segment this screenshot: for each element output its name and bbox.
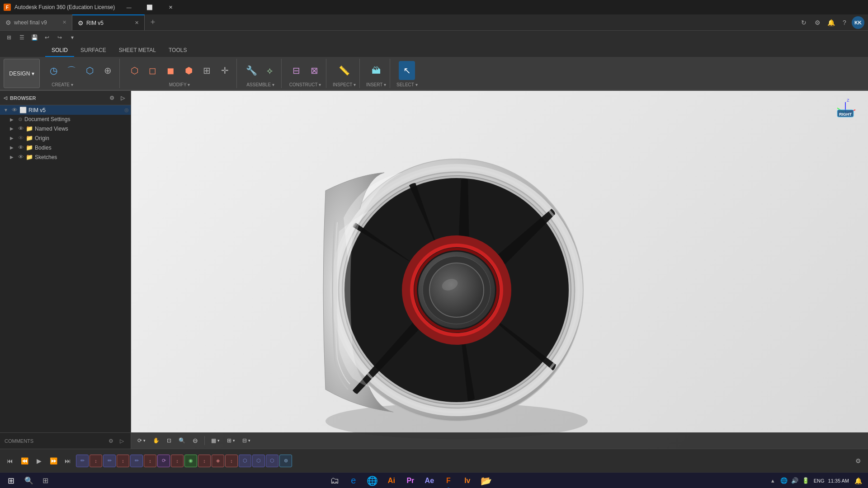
press-pull-button[interactable]: ⬡ [126, 61, 142, 80]
tree-item-root[interactable]: ▼ 👁 ⬜ RIM v5 ◎ [0, 105, 131, 115]
tree-item-bodies[interactable]: ▶ 👁 📁 Bodies [0, 143, 131, 152]
assemble-group-label[interactable]: ASSEMBLE ▾ [246, 82, 274, 87]
scale-button[interactable]: ⊞ [198, 61, 215, 80]
root-target-icon[interactable]: ◎ [124, 107, 129, 113]
chamfer-button[interactable]: ◼ [162, 61, 179, 80]
tab-rim[interactable]: ⚙ RIM v5 ✕ [72, 14, 145, 30]
timeline-item-10[interactable]: ↕ [198, 455, 211, 467]
timeline-item-6[interactable]: ↕ [144, 455, 156, 467]
redo-button[interactable]: ↪ [54, 32, 65, 43]
timeline-item-14[interactable]: ⬡ [252, 455, 265, 467]
browser-collapse-button[interactable]: ◁ [4, 95, 7, 100]
timeline-settings-button[interactable]: ⚙ [852, 455, 864, 467]
tray-show-hidden-button[interactable]: ▴ [769, 476, 778, 485]
zoom-fit-button[interactable]: ⊡ [164, 436, 174, 445]
taskbar-app-fusion[interactable]: F [439, 473, 458, 488]
modify-group-label[interactable]: MODIFY ▾ [169, 82, 190, 87]
taskbar-app-premiere[interactable]: Pr [401, 473, 420, 488]
grid-nav-button[interactable]: ⊞ [4, 32, 14, 43]
tab-rim-close[interactable]: ✕ [135, 20, 139, 26]
orbit-button[interactable]: ⟳ ▾ [135, 436, 148, 445]
timeline-item-16[interactable]: ⊛ [279, 455, 292, 467]
widgets-button[interactable]: ⊞ [38, 474, 52, 488]
save-button[interactable]: 💾 [29, 32, 40, 43]
browser-expand-button[interactable]: ▷ [118, 94, 127, 103]
zoom-in-button[interactable]: 🔍 [176, 436, 188, 445]
search-button[interactable]: 🔍 [21, 474, 37, 488]
timeline-item-4[interactable]: ↕ [117, 455, 129, 467]
taskbar-app-inventor[interactable]: Iv [458, 473, 476, 488]
notification-center-button[interactable]: 🔔 [854, 476, 863, 485]
measure-button[interactable]: 📏 [336, 61, 352, 80]
tab-wheel-close[interactable]: ✕ [62, 19, 66, 25]
timeline-first-button[interactable]: ⏮ [4, 455, 16, 467]
taskbar-app-files[interactable]: 📂 [477, 473, 495, 488]
design-dropdown[interactable]: DESIGN ▾ [4, 59, 40, 88]
pan-button[interactable]: ✋ [150, 436, 162, 445]
timeline-item-3[interactable]: ✏ [103, 455, 116, 467]
undo-button[interactable]: ↩ [42, 32, 52, 43]
assemble-btn1[interactable]: 🔧 [243, 61, 259, 80]
tree-item-sketches[interactable]: ▶ 👁 📁 Sketches [0, 152, 131, 162]
browser-settings-button[interactable]: ⚙ [107, 94, 116, 103]
tab-wheel[interactable]: ⚙ wheel final v9 ✕ [0, 14, 72, 30]
tray-battery-icon[interactable]: 🔋 [801, 476, 810, 485]
construct-btn1[interactable]: ⊟ [288, 61, 304, 80]
viewport[interactable]: Z RIGHT ⟳ ▾ ✋ ⊡ [131, 91, 868, 449]
start-button[interactable]: ⊞ [2, 474, 20, 488]
taskbar-app-ae[interactable]: Ae [420, 473, 439, 488]
combine-button[interactable]: ✛ [217, 61, 233, 80]
tab-refresh-button[interactable]: ↻ [797, 16, 810, 29]
taskbar-app-explorer[interactable]: 🗂 [326, 473, 344, 488]
view-cube[interactable]: Z RIGHT [827, 95, 863, 131]
display-settings-button[interactable]: ▦ ▾ [208, 436, 222, 445]
timeline-last-button[interactable]: ⏭ [61, 455, 74, 467]
ribbon-tab-solid[interactable]: SOLID [45, 44, 74, 57]
create-group-label[interactable]: CREATE ▾ [52, 82, 73, 87]
select-group-label[interactable]: SELECT ▾ [396, 82, 418, 87]
menu-button[interactable]: ☰ [16, 32, 27, 43]
taskbar-app-edge[interactable]: e [344, 473, 363, 488]
select-btn[interactable]: ↖ [399, 61, 415, 80]
tray-network-icon[interactable]: 🌐 [779, 476, 788, 485]
timeline-item-9[interactable]: ◉ [184, 455, 197, 467]
tree-item-origin[interactable]: ▶ 👁 📁 Origin [0, 133, 131, 143]
timeline-item-11[interactable]: ◈ [212, 455, 224, 467]
ribbon-tab-tools[interactable]: TOOLS [162, 44, 193, 57]
add-tab-button[interactable]: + [145, 14, 161, 30]
taskbar-app-ai[interactable]: Ai [382, 473, 401, 488]
timeline-item-2[interactable]: ↕ [90, 455, 102, 467]
timeline-item-1[interactable]: ✏ [76, 455, 89, 467]
timeline-item-12[interactable]: ↕ [225, 455, 238, 467]
insert-btn[interactable]: 🏔 [368, 61, 384, 80]
tree-item-doc-settings[interactable]: ▶ ⚙ Document Settings [0, 115, 131, 124]
history-button[interactable]: ▾ [67, 32, 78, 43]
user-avatar-button[interactable]: KK [852, 16, 864, 29]
grid-display-button[interactable]: ⊞ ▾ [224, 436, 238, 445]
timeline-item-13[interactable]: ⬡ [239, 455, 251, 467]
comments-settings-button[interactable]: ⚙ [106, 436, 115, 446]
create-more-button[interactable]: ⊕ [99, 61, 116, 80]
minimize-button[interactable]: — [118, 0, 139, 14]
fillet-button[interactable]: ◻ [144, 61, 160, 80]
tree-item-named-views[interactable]: ▶ 👁 📁 Named Views [0, 124, 131, 133]
construct-btn2[interactable]: ⊠ [306, 61, 322, 80]
zoom-out-button[interactable]: ⊖ [190, 436, 201, 446]
timeline-prev-button[interactable]: ⏪ [18, 455, 31, 467]
maximize-button[interactable]: ⬜ [139, 0, 160, 14]
timeline-item-8[interactable]: ↕ [171, 455, 184, 467]
timeline-play-button[interactable]: ▶ [33, 455, 45, 467]
insert-group-label[interactable]: INSERT ▾ [366, 82, 386, 87]
timeline-item-15[interactable]: ⬡ [266, 455, 278, 467]
inspect-group-label[interactable]: INSPECT ▾ [333, 82, 356, 87]
timeline-item-5[interactable]: ✏ [130, 455, 143, 467]
tray-sound-icon[interactable]: 🔊 [790, 476, 799, 485]
tab-help-button[interactable]: ? [838, 16, 851, 29]
timeline-item-7[interactable]: ⟳ [157, 455, 170, 467]
comments-expand-button[interactable]: ▷ [117, 436, 126, 446]
construct-group-label[interactable]: CONSTRUCT ▾ [289, 82, 321, 87]
shell-button[interactable]: ⬢ [180, 61, 197, 80]
revolve-button[interactable]: ◷ [45, 61, 61, 80]
loft-button[interactable]: ⬡ [81, 61, 98, 80]
tab-notification-button[interactable]: 🔔 [825, 16, 837, 29]
